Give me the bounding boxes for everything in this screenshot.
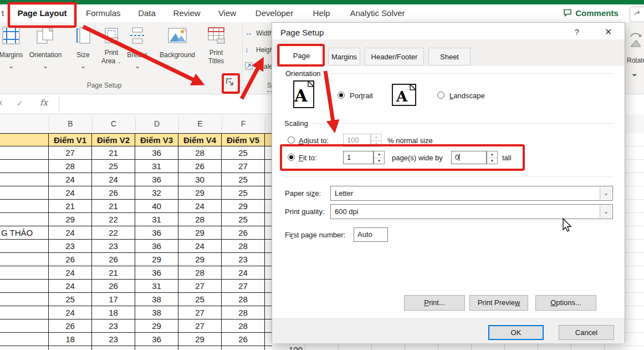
table-cell[interactable]: 29 bbox=[222, 200, 265, 213]
row-label-cell[interactable] bbox=[0, 240, 49, 253]
table-cell[interactable]: 26 bbox=[92, 280, 135, 293]
landscape-radio[interactable] bbox=[437, 92, 444, 99]
portrait-radio[interactable] bbox=[338, 92, 345, 99]
header-cell[interactable]: Điểm V1 bbox=[49, 133, 92, 146]
tab-formulas[interactable]: Formulas bbox=[86, 4, 120, 22]
header-label-cell[interactable] bbox=[0, 133, 49, 146]
table-cell[interactable]: 36 bbox=[135, 333, 178, 346]
row-label-cell[interactable]: G THẢO bbox=[0, 226, 49, 240]
page-setup-dialog-launcher[interactable] bbox=[226, 78, 236, 88]
table-cell[interactable]: 27 bbox=[49, 346, 92, 350]
table-cell[interactable]: 25 bbox=[222, 146, 265, 160]
table-cell[interactable]: 23 bbox=[92, 346, 135, 350]
sliver-cell[interactable] bbox=[265, 346, 272, 350]
spin-up-icon[interactable]: ▲ bbox=[487, 151, 497, 158]
row-label-cell[interactable] bbox=[0, 280, 49, 293]
table-cell[interactable]: 26 bbox=[49, 253, 92, 266]
table-cell[interactable]: 28 bbox=[222, 319, 265, 333]
tab-analytic-solver[interactable]: Analytic Solver bbox=[346, 4, 408, 22]
table-cell[interactable]: 27 bbox=[49, 146, 92, 160]
tab-insert-partial[interactable]: t bbox=[0, 4, 7, 22]
table-cell[interactable]: 23 bbox=[222, 253, 265, 266]
table-cell[interactable]: 29 bbox=[135, 253, 178, 266]
fit-to-label[interactable]: Fit to: bbox=[299, 154, 317, 162]
portrait-label[interactable]: Portrait bbox=[350, 92, 373, 100]
tab-developer[interactable]: Developer bbox=[253, 4, 296, 22]
adjust-to-spinner[interactable]: ▲ ▼ bbox=[371, 134, 382, 147]
row-label-cell[interactable] bbox=[0, 173, 49, 186]
table-cell[interactable]: 24 bbox=[49, 226, 92, 240]
column-header-d[interactable]: D bbox=[135, 114, 178, 133]
table-cell[interactable]: 27 bbox=[222, 280, 265, 293]
table-cell[interactable]: 27 bbox=[178, 319, 222, 333]
table-cell[interactable]: 23 bbox=[49, 240, 92, 253]
scale-label[interactable]: Scale bbox=[256, 63, 272, 70]
table-cell[interactable]: 29 bbox=[178, 253, 222, 266]
table-cell[interactable]: 24 bbox=[49, 266, 92, 280]
table-cell[interactable]: 27 bbox=[222, 346, 265, 350]
table-cell[interactable]: 24 bbox=[49, 186, 92, 200]
dialog-close-button[interactable]: ✕ bbox=[605, 27, 612, 37]
table-cell[interactable]: 28 bbox=[222, 306, 265, 319]
table-cell[interactable]: 25 bbox=[222, 173, 265, 186]
table-cell[interactable]: 25 bbox=[222, 186, 265, 200]
table-cell[interactable]: 27 bbox=[178, 280, 222, 293]
table-cell[interactable]: 23 bbox=[92, 240, 135, 253]
table-cell[interactable]: 22 bbox=[92, 213, 135, 226]
table-cell[interactable]: 32 bbox=[135, 186, 178, 200]
table-cell[interactable]: 28 bbox=[222, 293, 265, 306]
table-cell[interactable]: 36 bbox=[135, 240, 178, 253]
print-quality-combo[interactable]: 600 dpi ⌄ bbox=[330, 204, 613, 219]
row-label-cell[interactable] bbox=[0, 306, 49, 319]
dialog-tab-header-footer[interactable]: Header/Footer bbox=[365, 48, 424, 65]
spin-up-icon[interactable]: ▲ bbox=[374, 151, 384, 158]
row-label-cell[interactable] bbox=[0, 319, 49, 333]
comments-button[interactable]: Comments bbox=[559, 4, 623, 22]
spin-down-icon[interactable]: ▼ bbox=[374, 158, 384, 164]
dialog-tab-page[interactable]: Page bbox=[279, 45, 324, 67]
tab-help[interactable]: Help bbox=[311, 4, 332, 22]
table-cell[interactable]: 37 bbox=[135, 346, 178, 350]
table-cell[interactable]: 23 bbox=[92, 333, 135, 346]
table-cell[interactable]: 36 bbox=[135, 266, 178, 280]
table-cell[interactable]: 27 bbox=[222, 160, 265, 173]
table-cell[interactable]: 28 bbox=[222, 240, 265, 253]
column-header-f[interactable]: F bbox=[222, 114, 265, 133]
background-button[interactable]: Background bbox=[155, 22, 200, 92]
table-cell[interactable]: 28 bbox=[178, 213, 222, 226]
combo-arrow-icon[interactable]: ⌄ bbox=[600, 205, 612, 218]
table-cell[interactable]: 18 bbox=[49, 333, 92, 346]
table-cell[interactable]: 24 bbox=[49, 280, 92, 293]
ok-button[interactable]: OK bbox=[488, 325, 544, 340]
tab-view[interactable]: View bbox=[215, 4, 239, 22]
row-label-cell[interactable] bbox=[0, 253, 49, 266]
header-cell[interactable]: Điểm V4 bbox=[178, 133, 222, 146]
height-label[interactable]: Height bbox=[256, 46, 272, 54]
adjust-to-radio[interactable] bbox=[288, 136, 295, 144]
fit-tall-spinner[interactable]: ▲ ▼ bbox=[487, 151, 498, 164]
table-cell[interactable]: 29 bbox=[178, 186, 222, 200]
table-cell[interactable]: 24 bbox=[222, 266, 265, 280]
table-cell[interactable]: 29 bbox=[49, 213, 92, 226]
table-cell[interactable]: 24 bbox=[49, 306, 92, 319]
table-cell[interactable]: 21 bbox=[92, 146, 135, 160]
width-label[interactable]: Width bbox=[256, 29, 272, 37]
column-header-c[interactable]: C bbox=[92, 114, 135, 133]
print-button[interactable]: Print... bbox=[404, 295, 465, 311]
table-cell[interactable]: 36 bbox=[135, 173, 178, 186]
table-cell[interactable]: 21 bbox=[92, 200, 135, 213]
table-cell[interactable]: 36 bbox=[135, 226, 178, 240]
row-label-cell[interactable] bbox=[0, 346, 49, 350]
table-cell[interactable]: 25 bbox=[49, 293, 92, 306]
table-cell[interactable]: 28 bbox=[178, 266, 222, 280]
table-cell[interactable]: 29 bbox=[135, 319, 178, 333]
dialog-tab-margins[interactable]: Margins bbox=[328, 48, 360, 65]
row-label-cell[interactable] bbox=[0, 213, 49, 226]
table-cell[interactable]: 31 bbox=[135, 213, 178, 226]
dialog-tab-sheet[interactable]: Sheet bbox=[428, 48, 471, 65]
options-button[interactable]: Options... bbox=[535, 295, 596, 311]
table-cell[interactable]: 40 bbox=[135, 200, 178, 213]
table-cell[interactable]: 24 bbox=[92, 173, 135, 186]
table-cell[interactable]: 29 bbox=[178, 226, 222, 240]
header-cell[interactable]: Điểm V5 bbox=[222, 133, 265, 146]
